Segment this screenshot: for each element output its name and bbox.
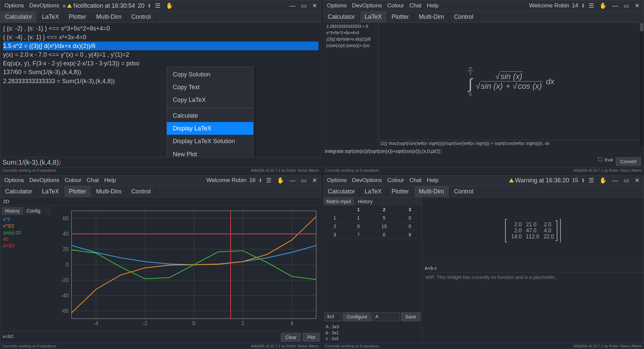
tab-control[interactable]: Control (127, 186, 156, 197)
close-icon[interactable]: ✕ (310, 1, 319, 10)
menu-options[interactable]: Options (325, 176, 349, 185)
tab-control[interactable]: Control (449, 11, 479, 22)
ctx-copy-text[interactable]: Copy Text (167, 81, 253, 94)
history-line[interactable]: 137/60 = Sum(1/(k-3),(k,4,8)) (3, 68, 318, 76)
scrollbar[interactable] (640, 23, 644, 147)
legend-item[interactable]: x^2 (3, 216, 50, 223)
menu-help[interactable]: Help (425, 1, 441, 10)
expression-input[interactable]: A+b·c (422, 264, 644, 272)
integrate-input[interactable]: integrate(sqrt(sin(x))/(sqrt(sin(x))+sqr… (323, 147, 644, 156)
tab-calculator[interactable]: Calculator (0, 186, 37, 197)
close-icon[interactable]: ✕ (633, 1, 642, 10)
ctx-copy-latex[interactable]: Copy LaTeX (167, 94, 253, 106)
tab-plotter[interactable]: Plotter (64, 11, 91, 22)
eval-checkbox[interactable] (598, 157, 602, 161)
menu-devoptions[interactable]: DevOptions (28, 1, 61, 10)
minimize-icon[interactable]: — (288, 1, 298, 10)
table-row[interactable]: 3708 (323, 231, 422, 239)
subtab-history[interactable]: History (355, 197, 377, 206)
subtab-config[interactable]: Config (23, 207, 44, 215)
legend-item[interactable]: x^3/2 (3, 223, 50, 230)
tab-calculator[interactable]: Calculator (0, 11, 37, 22)
hamburger-icon[interactable]: ☰ (153, 1, 162, 10)
history-line[interactable]: y(x) = 2.0·x - 7.0 <== y''(x) = 0 , y(4)… (3, 50, 318, 59)
history-line[interactable]: 2.28333333333333 = Sum(1/(k-3),(k,4,8)) (3, 77, 318, 85)
maximize-icon[interactable]: ▭ (622, 1, 631, 10)
tab-plotter[interactable]: Plotter (64, 186, 91, 197)
tab-latex[interactable]: LaTeX (360, 11, 387, 22)
tab-calculator[interactable]: Calculator (323, 186, 360, 197)
table-row[interactable]: 1150 (323, 214, 422, 222)
hand-icon[interactable]: ✋ (164, 1, 175, 10)
list-item[interactable]: ((3)(∫ d(x²)/dx+x dx)(2))/6 (325, 36, 377, 43)
tab-multidim[interactable]: Multi-Dim (91, 186, 127, 197)
subtab-history[interactable]: History (2, 207, 23, 215)
history-line-selected[interactable]: 1.5·x^2 = ((3)(∫ d(x²)/dx+x dx)(2))/6 (3, 42, 318, 50)
menu-devoptions[interactable]: DevOptions (350, 1, 384, 10)
menu-chat[interactable]: Chat (85, 176, 101, 185)
legend-item[interactable]: sin(x)·20 (3, 230, 50, 236)
hamburger-icon[interactable]: ☰ (587, 176, 596, 185)
menu-options[interactable]: Options (2, 176, 26, 185)
list-item[interactable]: ∫√(sin(x))/(√(sin(x))+√(co (325, 43, 377, 49)
ctx-calculate[interactable]: Calculate (167, 109, 253, 122)
menu-chat[interactable]: Chat (407, 1, 424, 10)
ctx-copy-solution[interactable]: Copy Solution (167, 68, 253, 81)
tab-latex[interactable]: LaTeX (37, 186, 64, 197)
plot-button[interactable]: Plot (303, 333, 319, 342)
ctx-new-plot[interactable]: New Plot (167, 148, 253, 158)
history-line[interactable]: { {x: -4} , {x: 1} } <== x²+3x-4=0 (3, 33, 318, 42)
plot-input[interactable]: x=3/2 (2, 333, 279, 342)
ctx-display-latex-solution[interactable]: Display LaTeX Solution (167, 135, 253, 148)
plot-canvas[interactable]: -4-2024-60-40-200204060 (52, 206, 321, 331)
close-icon[interactable]: ✕ (310, 176, 319, 185)
list-item[interactable]: s^3+5s^2+8s+4=0 (325, 30, 377, 36)
counter-spinner[interactable]: ▲▼ (147, 3, 152, 8)
minimize-icon[interactable]: — (610, 1, 620, 10)
save-button[interactable]: Save (401, 312, 420, 321)
size-input[interactable]: 3x3 (325, 312, 341, 321)
hand-icon[interactable]: ✋ (597, 1, 609, 10)
counter-spinner[interactable]: ▲▼ (581, 178, 585, 183)
hand-icon[interactable]: ✋ (275, 176, 286, 185)
hand-icon[interactable]: ✋ (597, 176, 609, 185)
menu-help[interactable]: Help (102, 176, 118, 185)
tab-multidim[interactable]: Multi-Dim (91, 11, 127, 22)
menu-devoptions[interactable]: DevOptions (28, 176, 61, 185)
history-line[interactable]: { {s: -2} , {s: -1} } <== s^3+5s^2+8s+4=… (3, 24, 318, 33)
tab-latex[interactable]: LaTeX (37, 11, 64, 22)
hamburger-icon[interactable]: ☰ (587, 1, 596, 10)
minimize-icon[interactable]: — (610, 176, 620, 185)
tab-latex[interactable]: LaTeX (360, 186, 387, 197)
name-input[interactable]: A (373, 312, 399, 321)
maximize-icon[interactable]: ▭ (299, 176, 309, 185)
configure-button[interactable]: Configure (343, 312, 372, 321)
notification[interactable]: Notification at 16:30:54 (67, 2, 135, 9)
calc-input[interactable]: Sum(1/(k-3),(k,4,8)) (0, 157, 321, 167)
counter-spinner[interactable]: ▲▼ (258, 178, 263, 183)
list-item[interactable]: c : 1x3 (326, 336, 419, 342)
tab-control[interactable]: Control (449, 186, 479, 197)
menu-options[interactable]: Options (325, 1, 349, 10)
menu-chat[interactable]: Chat (407, 176, 424, 185)
history-line[interactable]: Eq(u(x, y), F(3·x - 2·y)·exp(-2·x/13 - 3… (3, 59, 318, 68)
legend-item[interactable]: x=3/2 (3, 243, 50, 249)
tab-calculator[interactable]: Calculator (323, 11, 360, 22)
hamburger-icon[interactable]: ☰ (264, 176, 274, 185)
ctx-display-latex[interactable]: Display LaTeX (167, 122, 253, 135)
list-item[interactable]: A : 3x3 (326, 324, 419, 330)
menu-colour[interactable]: Colour (385, 176, 406, 185)
subtab-matrix-input[interactable]: Matrix Input (323, 197, 355, 206)
close-icon[interactable]: ✕ (633, 176, 642, 185)
menu-colour[interactable]: Colour (385, 1, 406, 10)
maximize-icon[interactable]: ▭ (622, 176, 631, 185)
list-item[interactable]: 2.28333333333333 = S (325, 23, 377, 30)
tab-plotter[interactable]: Plotter (387, 11, 414, 22)
counter-spinner[interactable]: ▲▼ (581, 3, 585, 8)
maximize-icon[interactable]: ▭ (299, 1, 309, 10)
tab-multidim[interactable]: Multi-Dim (414, 186, 449, 197)
minimize-icon[interactable]: — (288, 176, 298, 185)
tab-control[interactable]: Control (127, 11, 156, 22)
clear-button[interactable]: Clear (281, 333, 301, 342)
list-item[interactable]: b : 3x1 (326, 330, 419, 336)
